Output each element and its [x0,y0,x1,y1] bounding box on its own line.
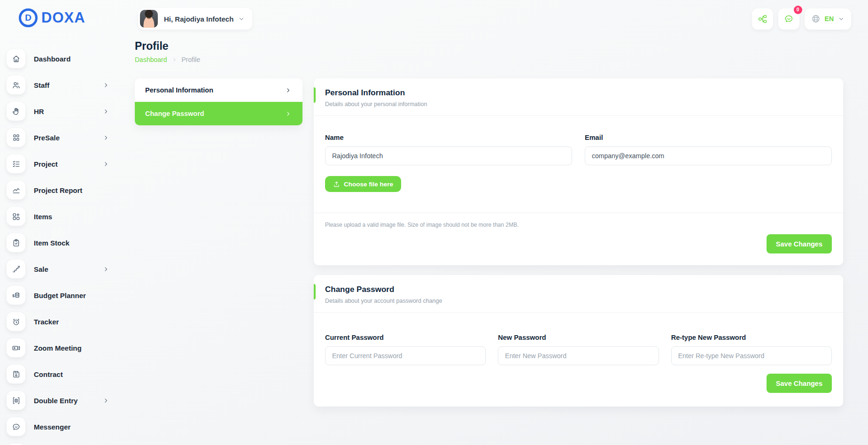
card-body: Current Password New Password Re-type Ne… [314,313,843,407]
clipboard-check-icon [7,233,25,252]
video-camera-icon [7,338,25,357]
user-greeting: Hi, Rajodiya Infotech [164,15,233,23]
chevron-right-icon [103,135,109,141]
card-header: Change Password Details about your accou… [314,275,843,312]
brand-monogram: D [25,13,31,23]
breadcrumb: Dashboard Profile [135,56,843,63]
chevron-right-icon [103,398,109,404]
sidebar-item-messenger[interactable]: Messenger [0,414,127,440]
sidebar-item-label: Tracker [34,318,59,326]
new-password-input[interactable] [498,346,659,365]
profile-tabs: Personal Information Change Password [135,78,302,125]
chevron-right-icon [103,82,109,88]
name-input[interactable] [325,146,572,165]
brand-logo[interactable]: D DOXA [0,7,127,29]
sidebar-item-label: Dashboard [34,55,70,63]
sidebar-item-zoom-meeting[interactable]: Zoom Meeting [0,335,127,361]
svg-text:$: $ [12,293,15,298]
chevron-right-icon [103,266,109,272]
sidebar-nav: Dashboard Staff HR PreSale [0,46,127,445]
retype-password-label: Re-type New Password [671,334,832,341]
sidebar-item-label: Project Report [34,186,82,194]
sidebar-item-label: Project [34,160,58,168]
email-label: Email [585,134,832,141]
grid-icon [7,128,25,147]
tab-change-password[interactable]: Change Password [135,102,302,125]
card-subtitle: Details about your personal information [325,101,832,107]
name-label: Name [325,134,572,141]
sidebar-item-tracker[interactable]: Tracker [0,308,127,335]
upload-note: Please upload a valid image file. Size o… [325,222,832,228]
chevron-right-icon [285,111,291,117]
sidebar-item-label: Budget Planner [34,292,86,299]
sidebar-item-items[interactable]: Items [0,203,127,230]
sidebar-item-double-entry[interactable]: Double Entry [0,387,127,414]
sidebar-item-budget-planner[interactable]: $ Budget Planner [0,282,127,308]
language-code: EN [825,15,834,23]
grid-plus-icon [7,207,25,226]
main-area: Hi, Rajodiya Infotech 0 EN [127,0,868,445]
current-password-label: Current Password [325,334,486,341]
chat-icon [784,14,794,24]
language-selector[interactable]: EN [805,8,851,30]
card-footer: Please upload a valid image file. Size o… [314,213,843,265]
sidebar-item-contract[interactable]: Contract [0,361,127,387]
sidebar-item-label: Sale [34,265,48,273]
retype-password-input[interactable] [671,346,832,365]
sidebar-item-label: Zoom Meeting [34,344,82,352]
save-personal-info-button[interactable]: Save Changes [767,234,832,253]
chevron-right-icon [285,87,291,93]
chart-icon [7,181,25,199]
sidebar-item-staff[interactable]: Staff [0,72,127,98]
plan-tree-button[interactable] [752,8,773,30]
page-title: Profile [135,40,843,53]
sidebar-item-project[interactable]: Project [0,151,127,177]
sidebar-item-hr[interactable]: HR [0,98,127,124]
new-password-label: New Password [498,334,659,341]
save-password-button[interactable]: Save Changes [767,374,832,393]
sidebar-item-dashboard[interactable]: Dashboard [0,46,127,72]
ledger-icon [7,391,25,410]
brand-wordmark: DOXA [41,9,85,26]
sidebar-item-item-stock[interactable]: Item Stock [0,230,127,256]
email-input[interactable] [585,146,832,165]
sidebar-item-project-report[interactable]: Project Report [0,177,127,203]
email-field-group: Email [585,134,832,165]
change-password-card: Change Password Details about your accou… [314,275,843,407]
brand-monogram-icon: D [19,8,38,27]
money-coins-icon: $ [7,286,25,305]
card-body: Name Email Choose file here [314,116,843,213]
current-password-input[interactable] [325,346,486,365]
sidebar-item-presale[interactable]: PreSale [0,124,127,151]
user-menu[interactable]: Hi, Rajodiya Infotech [138,8,252,30]
messages-button[interactable]: 0 [778,8,799,30]
content: Profile Dashboard Profile Personal Infor… [127,34,868,407]
profile-panels: Personal Information Details about your … [314,78,843,407]
retype-password-group: Re-type New Password [671,334,832,365]
choose-file-button[interactable]: Choose file here [325,176,401,192]
hand-icon [7,102,25,121]
tab-personal-information[interactable]: Personal Information [135,78,302,102]
card-header: Personal Information Details about your … [314,78,843,115]
globe-icon [811,14,821,23]
save-file-icon [7,365,25,384]
personal-information-card: Personal Information Details about your … [314,78,843,265]
chevron-right-icon [172,57,177,62]
upload-icon [333,181,340,188]
breadcrumb-dashboard-link[interactable]: Dashboard [135,56,167,63]
tab-label: Change Password [145,110,204,117]
sidebar-item-label: Item Stock [34,239,70,247]
stairs-trend-icon [7,260,25,278]
card-title: Change Password [325,285,832,294]
card-title: Personal Information [325,88,832,98]
sidebar-item-label: HR [34,107,44,115]
choose-file-label: Choose file here [344,181,393,188]
sidebar: D DOXA Dashboard Staff HR [0,0,127,445]
name-field-group: Name [325,134,572,165]
sidebar-item-partial [0,440,127,445]
chevron-down-icon [238,15,245,22]
sidebar-item-label: Messenger [34,423,70,431]
breadcrumb-current: Profile [182,56,201,63]
sidebar-item-sale[interactable]: Sale [0,256,127,282]
new-password-group: New Password [498,334,659,365]
